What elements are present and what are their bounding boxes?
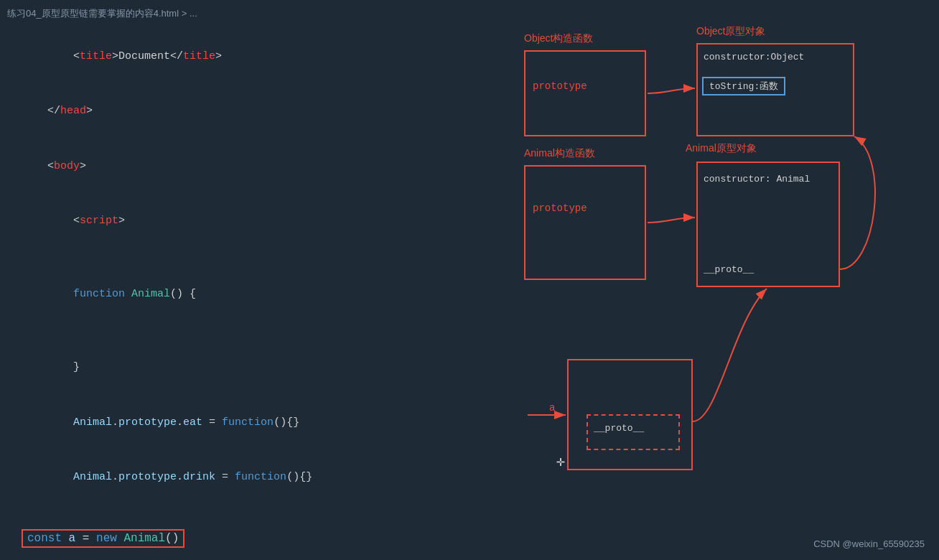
code-line-5 bbox=[22, 248, 467, 267]
watermark: CSDN @weixin_65590235 bbox=[813, 538, 925, 549]
code-line-1: <title>Document</title> bbox=[22, 29, 467, 84]
obj-ctor-prototype-label: prototype bbox=[533, 80, 587, 92]
instance-proto-box: __proto__ bbox=[587, 414, 680, 450]
diagram-area: Object构造函数 Object原型对象 Animal构造函数 Animal原… bbox=[474, 14, 933, 546]
animal-proto-constructor-label: constructor: Animal bbox=[704, 174, 810, 185]
code-line-12 bbox=[22, 554, 467, 561]
highlighted-line: const a = new Animal() bbox=[22, 526, 467, 551]
breadcrumb: 练习04_原型原型链需要掌握的内容4.html > ... bbox=[7, 7, 197, 20]
code-line-4: <script> bbox=[22, 194, 467, 249]
obj-proto-tostring-label: toString:函数 bbox=[709, 81, 778, 92]
code-line-8: } bbox=[22, 340, 467, 396]
code-line-6: function Animal() { bbox=[22, 267, 467, 322]
animal-proto-box: constructor: Animal __proto__ bbox=[696, 162, 840, 287]
obj-proto-title: Object原型对象 bbox=[696, 25, 765, 38]
tostring-inner-box: toString:函数 bbox=[702, 77, 785, 95]
animal-ctor-box: prototype bbox=[524, 165, 646, 280]
code-line-2: </head> bbox=[22, 84, 467, 139]
instance-a-box: __proto__ bbox=[567, 359, 693, 470]
obj-proto-box: constructor:Object toString:函数 bbox=[696, 43, 854, 136]
move-cursor-icon: ✛ bbox=[556, 452, 565, 470]
code-line-9: Animal.prototype.eat = function(){} bbox=[22, 395, 467, 450]
instance-proto-label: __proto__ bbox=[594, 423, 644, 434]
instance-a-label: a bbox=[549, 402, 555, 414]
animal-proto-proto-label: __proto__ bbox=[704, 264, 754, 275]
animal-proto-title: Animal原型对象 bbox=[686, 142, 757, 155]
obj-proto-constructor-label: constructor:Object bbox=[704, 52, 804, 62]
obj-ctor-title: Object构造函数 bbox=[524, 32, 593, 45]
obj-ctor-box: prototype bbox=[524, 50, 646, 136]
code-line-11 bbox=[22, 505, 467, 523]
animal-ctor-title: Animal构造函数 bbox=[524, 147, 595, 160]
code-line-7 bbox=[22, 322, 467, 340]
code-line-10: Animal.prototype.drink = function(){} bbox=[22, 450, 467, 505]
code-area: <title>Document</title> </head> <body> <… bbox=[22, 29, 467, 560]
code-line-3: <body> bbox=[22, 139, 467, 194]
animal-ctor-prototype-label: prototype bbox=[533, 202, 587, 214]
